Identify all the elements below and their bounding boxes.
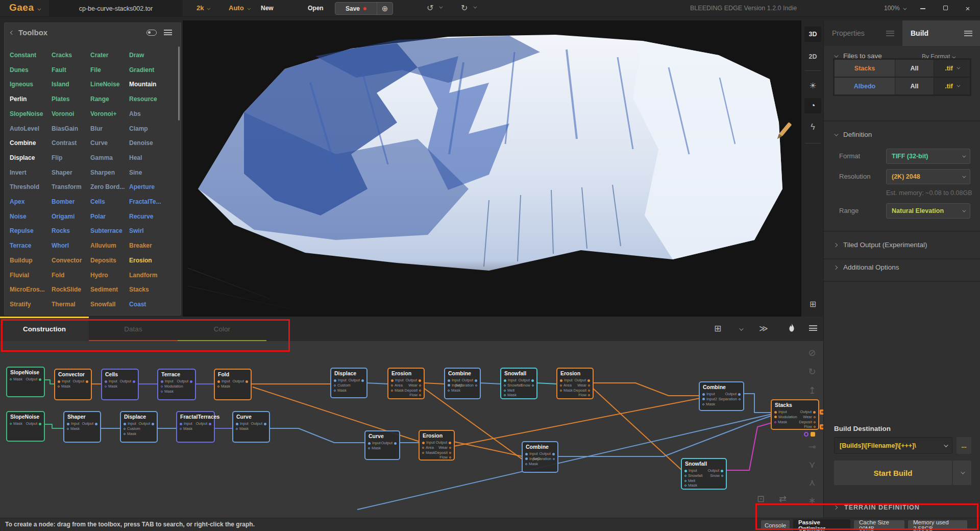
node-port-snow[interactable]: Snow [707, 473, 723, 478]
format-dropdown[interactable]: TIFF (32-bit) [886, 149, 970, 164]
node-port-output[interactable]: Output [177, 379, 192, 384]
graph-node-slopenoise[interactable]: SlopeNoiseMaskOutput [6, 367, 45, 397]
flame-icon[interactable] [785, 323, 798, 335]
graph-node-erosion[interactable]: ErosionInputAreaMaskOutputWearDepositFlo… [556, 368, 594, 399]
fast-forward-icon[interactable]: ≫ [757, 323, 770, 334]
node-port-input[interactable]: Input [684, 468, 702, 473]
node-port-wear[interactable]: Wear [574, 383, 590, 388]
tiled-output-header[interactable]: Tiled Output (Experimental) [834, 241, 927, 249]
shading-icon[interactable]: ◔ [804, 98, 821, 113]
pinned-output-tag[interactable]: Flow [820, 424, 823, 429]
node-port-input[interactable]: Input [58, 379, 70, 384]
node-port-input[interactable]: Input [368, 441, 381, 446]
toolbox-item-subterrace[interactable]: Subterrace [90, 227, 122, 234]
chevron-down-icon[interactable] [734, 323, 747, 333]
node-port-snowfall[interactable]: Snowfall [684, 473, 702, 478]
toolbox-item-range[interactable]: Range [90, 95, 109, 103]
graph-node-convector[interactable]: ConvectorInputMaskOutput [54, 369, 92, 400]
toolbox-item-flip[interactable]: Flip [52, 154, 62, 161]
node-port-output[interactable]: Output [799, 409, 816, 415]
node-port-input[interactable]: Input [422, 440, 435, 445]
start-build-options-button[interactable] [952, 461, 971, 485]
node-port-input[interactable]: Input [217, 379, 230, 384]
add-button[interactable]: ⊕ [377, 3, 393, 14]
toolbox-item-whorl[interactable]: Whorl [52, 242, 69, 249]
toolbox-item-aperture[interactable]: Aperture [129, 183, 155, 190]
node-graph-canvas[interactable]: SlopeNoiseMaskOutputConvectorInputMaskOu… [0, 341, 823, 518]
pinned-output-tag[interactable]: Output [820, 409, 823, 415]
node-port-output[interactable]: Output [119, 379, 135, 384]
node-port-output[interactable]: Output [707, 468, 723, 473]
node-port-separation[interactable]: Separation [455, 383, 477, 388]
node-port-output[interactable]: Output [195, 421, 211, 426]
graph-node-shaper[interactable]: ShaperInputMaskOutput [63, 411, 101, 443]
file-format-dropdown[interactable]: .tif [934, 78, 970, 94]
toolbox-item-breaker[interactable]: Breaker [129, 242, 152, 249]
node-port-output[interactable]: Output [72, 379, 88, 384]
start-build-button[interactable]: Start Build [834, 461, 952, 485]
build-menu-icon[interactable] [964, 31, 972, 36]
graph-node-combine[interactable]: CombineInputInput2MaskOutputSeparation [522, 441, 558, 473]
node-port-mask[interactable]: Mask [448, 388, 462, 393]
node-port-output[interactable]: Output [251, 421, 266, 426]
resolution-dropdown[interactable]: 2k [197, 4, 209, 12]
node-port-mask[interactable]: Mask [702, 402, 717, 407]
node-port-separation[interactable]: Separation [533, 456, 555, 462]
toolbox-item-sine[interactable]: Sine [129, 169, 142, 176]
toolbox-item-landform[interactable]: Landform [129, 272, 157, 279]
node-port-input2[interactable]: Input2 [702, 397, 717, 402]
node-port-area[interactable]: Area [391, 383, 404, 388]
toolbox-menu-icon[interactable] [164, 30, 172, 35]
node-port-flow[interactable]: Flow [405, 393, 421, 398]
redo-button[interactable]: ↻ [461, 3, 476, 13]
branch-icon[interactable]: ⋎ [804, 459, 820, 470]
node-port-output[interactable]: Output [719, 392, 741, 397]
graph-node-combine[interactable]: CombineInputInput2MaskOutputSeparation [699, 381, 744, 411]
node-port-output[interactable]: Output [26, 377, 41, 382]
node-port-mask[interactable]: Mask [180, 426, 192, 431]
swap-icon[interactable]: ⇄ [779, 493, 787, 504]
toolbox-item-fold[interactable]: Fold [52, 272, 64, 279]
app-menu-gaea[interactable]: Gaea [9, 2, 40, 13]
file-scope-cell[interactable]: All [895, 60, 934, 77]
zoom-level-dropdown[interactable]: 100% [884, 5, 905, 12]
node-port-output[interactable]: Output [405, 378, 421, 383]
toolbox-item-threshold[interactable]: Threshold [10, 183, 39, 190]
sun-icon[interactable]: ☀ [804, 78, 821, 93]
loop-icon[interactable]: ↻ [804, 366, 820, 377]
toolbox-item-crater[interactable]: Crater [90, 52, 108, 59]
toolbox-item-plates[interactable]: Plates [52, 95, 69, 103]
graph-node-stacks[interactable]: StacksInputModulationMaskOutputWearDepos… [771, 399, 819, 430]
toolbox-item-abs[interactable]: Abs [129, 110, 141, 117]
toolbox-item-contrast[interactable]: Contrast [52, 139, 77, 147]
tab-properties[interactable]: Properties [824, 20, 902, 46]
node-port-output[interactable]: Output [574, 378, 590, 383]
node-port-mask[interactable]: Mask [105, 384, 117, 389]
graph-node-displace[interactable]: DisplaceInputCustomMaskOutput [120, 411, 158, 443]
toolbox-item-fault[interactable]: Fault [52, 66, 66, 74]
node-port-mask[interactable]: Mask [10, 421, 22, 426]
toolbox-item-voronoi[interactable]: Voronoi [52, 110, 74, 117]
toolbox-item-blur[interactable]: Blur [90, 125, 103, 132]
node-port-mask[interactable]: Mask [560, 388, 573, 393]
node-port-mask[interactable]: Mask [368, 446, 381, 451]
additional-options-header[interactable]: Additional Options [834, 263, 899, 271]
toolbox-item-noise[interactable]: Noise [10, 213, 27, 220]
node-port-input[interactable]: Input [560, 378, 573, 383]
file-format-dropdown[interactable]: .tif [934, 60, 970, 77]
menu-icon[interactable] [806, 323, 820, 333]
graph-node-combine[interactable]: CombineInputInput2MaskOutputSeparation [444, 368, 481, 399]
graph-node-fractalterraces[interactable]: FractalTerracesInputMaskOutput [176, 411, 215, 443]
toolbox-item-draw[interactable]: Draw [129, 52, 144, 59]
node-port-mask[interactable]: Mask [504, 393, 522, 398]
toolbox-item-deposits[interactable]: Deposits [90, 257, 116, 264]
graph-node-erosion[interactable]: ErosionInputAreaMaskOutputWearDepositFlo… [387, 368, 425, 399]
toolbox-item-resource[interactable]: Resource [129, 95, 157, 103]
toolbox-item-dunes[interactable]: Dunes [10, 66, 29, 74]
toolbox-item-island[interactable]: Island [52, 81, 69, 88]
node-port-wear[interactable]: Wear [435, 445, 451, 450]
build-destination-dropdown[interactable]: [Builds]\[Filename]\[+++]\ [834, 437, 952, 454]
node-port-mask[interactable]: Mask [161, 389, 183, 394]
node-port-input[interactable]: Input [774, 409, 797, 415]
definition-header[interactable]: Definition [834, 131, 872, 138]
